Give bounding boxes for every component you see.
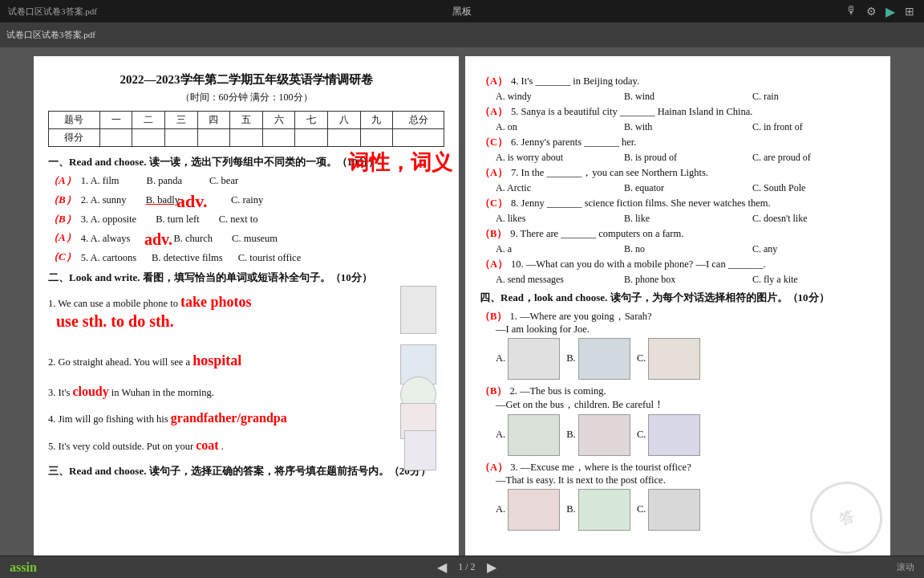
- toolbar: 试卷口区试卷3答案.pdf: [0, 22, 924, 48]
- table-header-5: 五: [230, 112, 263, 129]
- titlebar: 试卷口区试卷3答案.pdf 黑板 🎙 ⚙ ▶ ⊞: [0, 0, 924, 22]
- adv-annotation: adv.: [176, 187, 208, 215]
- w5-item: 5. It's very cold outside. Put on your c…: [48, 434, 444, 456]
- q4-item: （A） 4. A. always adv. B. church C. museu…: [48, 230, 444, 246]
- w3-item: 3. It's cloudy in Wuhan in the morning.: [48, 381, 444, 402]
- d2-img-b: [578, 414, 630, 456]
- rq8-choices: A. likes B. like C. doesn't like: [496, 213, 876, 225]
- bottom-left-text: assin: [10, 560, 37, 575]
- file-label: 试卷口区试卷3答案.pdf: [8, 6, 97, 18]
- settings-icon[interactable]: ⚙: [865, 5, 877, 18]
- section4-title: 四、Read，look and choose. 读句子，为每个对话选择相符的图片…: [480, 291, 876, 305]
- figure5: [404, 430, 436, 470]
- d1-options: A. B. C.: [496, 338, 876, 380]
- adv2-annotation: adv.: [144, 226, 172, 252]
- page-container[interactable]: 2022—2023学年第二学期五年级英语学情调研卷 （时间：60分钟 满分：10…: [0, 48, 924, 556]
- use-sth-annotation: use sth. to do sth.: [56, 307, 174, 335]
- score-label: 得分: [49, 129, 100, 147]
- rq6: （C） 6. Jenny's parents _______ her.: [480, 136, 876, 149]
- d2-img-c: [648, 414, 700, 456]
- d3-options: A. B. C.: [496, 489, 876, 531]
- rq5: （A） 5. Sanya is a beautiful city _______…: [480, 105, 876, 119]
- next-page-button[interactable]: ▶: [482, 558, 501, 576]
- dialogue1: （B） 1. —Where are you going，Sarah? —I am…: [480, 310, 876, 380]
- bottombar: assin ◀ 1 / 2 ▶ 滚动: [0, 556, 924, 578]
- d2-img-a: [508, 414, 560, 456]
- dialogue3: （A） 3. —Excuse me，where is the tourist o…: [480, 461, 876, 531]
- video-icon[interactable]: ▶: [884, 5, 897, 18]
- table-header-7: 七: [295, 112, 328, 129]
- nav-controls: ◀ 1 / 2 ▶: [432, 558, 500, 576]
- w2-answer: hospital: [192, 352, 241, 368]
- content-area: 2022—2023学年第二学期五年级英语学情调研卷 （时间：60分钟 满分：10…: [0, 48, 924, 556]
- page-subtitle: （时间：60分钟 满分：100分）: [48, 91, 444, 104]
- dialogue2: （B） 2. —The bus is coming. —Get on the b…: [480, 385, 876, 456]
- rq5-choices: A. on B. with C. in front of: [496, 121, 876, 133]
- table-header-8: 八: [327, 112, 360, 129]
- rq4: （A） 4. It's _______ in Beijing today.: [480, 75, 876, 88]
- table-header-10: 总分: [393, 112, 444, 129]
- rq7-choices: A. Arctic B. equator C. South Pole: [496, 182, 876, 194]
- q3-item: （B） 3. A. opposite B. turn left C. next …: [48, 211, 444, 228]
- table-header-4: 四: [197, 112, 230, 129]
- w4-answer: grandfather/grandpa: [171, 411, 287, 425]
- w5-answer: coat: [196, 438, 218, 452]
- grid-icon[interactable]: ⊞: [903, 5, 916, 18]
- table-header-0: 题号: [49, 112, 100, 129]
- section2-title: 二、Look and write. 看图，填写恰当的单词或短语补全句子。（10分…: [48, 271, 444, 285]
- w2-item: 2. Go straight ahead. You will see a hos…: [48, 348, 444, 373]
- rq6-choices: A. is worry about B. is proud of C. are …: [496, 152, 876, 164]
- section3-title: 三、Read and choose. 读句子，选择正确的答案，将序号填在题前括号…: [48, 464, 444, 478]
- d3-img-a: [508, 489, 560, 531]
- d1-img-b: [578, 338, 630, 380]
- left-page: 2022—2023学年第二学期五年级英语学情调研卷 （时间：60分钟 满分：10…: [34, 56, 459, 556]
- rq10-choices: A. send messages B. phone box C. fly a k…: [496, 274, 876, 286]
- scroll-label: 滚动: [897, 561, 914, 573]
- figure1: [400, 286, 436, 334]
- table-header-2: 二: [132, 112, 165, 129]
- table-header-9: 九: [360, 112, 393, 129]
- table-header-6: 六: [262, 112, 295, 129]
- d2-options: A. B. C.: [496, 414, 876, 456]
- titlebar-controls: 🎙 ⚙ ▶ ⊞: [845, 5, 916, 18]
- d3-img-b: [578, 489, 630, 531]
- rq8: （C） 8. Jenny _______ science fiction fil…: [480, 197, 876, 210]
- page-indicator: 1 / 2: [458, 561, 475, 573]
- d1-img-c: [648, 338, 700, 380]
- rq4-choices: A. windy B. wind C. rain: [496, 91, 876, 103]
- w4-item: 4. Jim will go fishing with his grandfat…: [48, 407, 444, 429]
- toolbar-filename: 试卷口区试卷3答案.pdf: [6, 29, 95, 41]
- d1-img-a: [508, 338, 560, 380]
- rq7: （A） 7. In the _______，you can see Northe…: [480, 166, 876, 180]
- page-title: 2022—2023学年第二学期五年级英语学情调研卷: [48, 72, 444, 88]
- score-table: 题号 一 二 三 四 五 六 七 八 九 总分 得分: [48, 111, 444, 147]
- table-header-1: 一: [99, 112, 132, 129]
- prev-page-button[interactable]: ◀: [432, 558, 452, 576]
- mic-icon[interactable]: 🎙: [845, 5, 858, 18]
- q2-item: （B） 2. A. sunny B. badly adv. C. rainy: [48, 192, 444, 209]
- app-title: 黑板: [452, 5, 472, 18]
- w3-answer: cloudy: [72, 385, 108, 398]
- q5-item: （C） 5. A. cartoons B. detective films C.…: [48, 249, 444, 266]
- w1-item: 1. We can use a mobile phone to take pho…: [48, 290, 444, 315]
- w1-answer: take photos: [180, 294, 252, 310]
- annotation-cixing: 词性，词义: [348, 149, 452, 177]
- rq9: （B） 9. There are _______ computers on a …: [480, 227, 876, 241]
- q2-b: B. badly: [146, 192, 180, 208]
- section1-title: 一、Read and choose. 读一读，选出下列每组中不同类的一项。（10…: [48, 155, 444, 169]
- rq10: （A） 10. —What can you do with a mobile p…: [480, 258, 876, 271]
- d3-img-c: [648, 489, 700, 531]
- table-header-3: 三: [164, 112, 197, 129]
- right-page: （A） 4. It's _______ in Beijing today. A.…: [465, 56, 890, 556]
- rq9-choices: A. a B. no C. any: [496, 243, 876, 255]
